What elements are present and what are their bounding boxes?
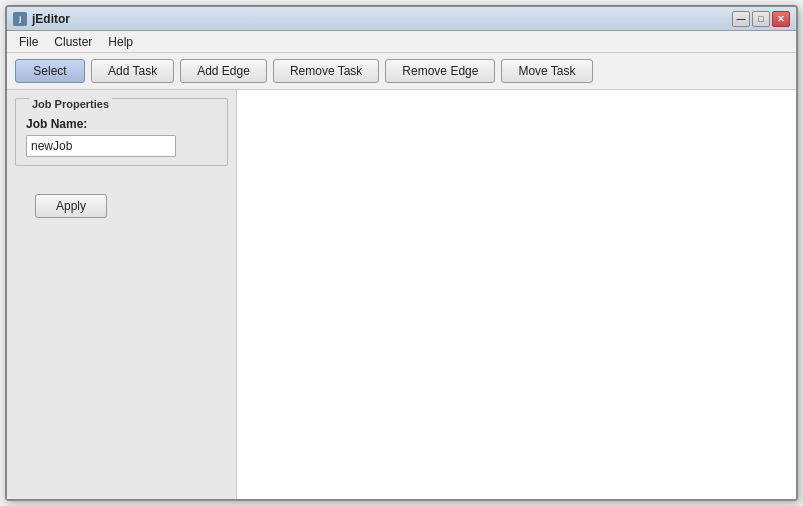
maximize-button[interactable]: □ xyxy=(752,11,770,27)
close-button[interactable]: ✕ xyxy=(772,11,790,27)
main-window: j jEditor — □ ✕ File Cluster Help Select… xyxy=(5,5,798,501)
group-title: Job Properties xyxy=(29,98,112,110)
title-controls: — □ ✕ xyxy=(732,11,790,27)
main-content: Job Properties Job Name: Apply xyxy=(7,90,796,499)
menu-item-cluster[interactable]: Cluster xyxy=(46,33,100,51)
job-name-input[interactable] xyxy=(26,135,176,157)
job-properties-group: Job Properties Job Name: xyxy=(15,98,228,166)
app-icon: j xyxy=(13,12,27,26)
window-title: jEditor xyxy=(32,12,70,26)
job-name-label: Job Name: xyxy=(26,117,217,131)
remove-task-button[interactable]: Remove Task xyxy=(273,59,379,83)
menu-item-help[interactable]: Help xyxy=(100,33,141,51)
left-panel: Job Properties Job Name: Apply xyxy=(7,90,237,499)
title-bar: j jEditor — □ ✕ xyxy=(7,7,796,31)
add-edge-button[interactable]: Add Edge xyxy=(180,59,267,83)
menu-item-file[interactable]: File xyxy=(11,33,46,51)
select-button[interactable]: Select xyxy=(15,59,85,83)
toolbar: Select Add Task Add Edge Remove Task Rem… xyxy=(7,53,796,90)
move-task-button[interactable]: Move Task xyxy=(501,59,592,83)
right-panel xyxy=(237,90,796,499)
title-bar-left: j jEditor xyxy=(13,12,70,26)
minimize-button[interactable]: — xyxy=(732,11,750,27)
menu-bar: File Cluster Help xyxy=(7,31,796,53)
remove-edge-button[interactable]: Remove Edge xyxy=(385,59,495,83)
add-task-button[interactable]: Add Task xyxy=(91,59,174,83)
apply-button[interactable]: Apply xyxy=(35,194,107,218)
